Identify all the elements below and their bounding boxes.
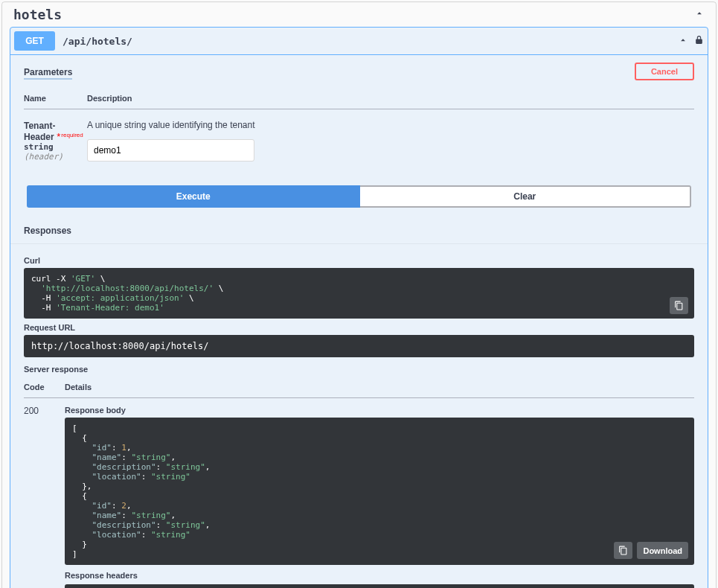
copy-icon[interactable] <box>614 542 632 559</box>
lock-icon[interactable] <box>694 35 704 47</box>
param-in: (header) <box>24 152 87 162</box>
responses-title: Responses <box>10 218 708 244</box>
response-body-block: [ { "id": 1, "name": "string", "descript… <box>65 418 694 565</box>
api-section: hotels GET /api/hotels/ Parameters Cance… <box>1 1 717 588</box>
param-name: Tenant-Header <box>24 121 55 142</box>
response-table: Code Details 200 Response body [ { "id":… <box>24 377 694 588</box>
operation-header[interactable]: GET /api/hotels/ <box>10 28 708 55</box>
parameter-row: Tenant-Header *required string (header) … <box>24 109 694 173</box>
section-title: hotels <box>13 7 62 22</box>
execute-button[interactable]: Execute <box>27 185 360 208</box>
curl-block: curl -X 'GET' \ 'http://localhost:8000/a… <box>24 268 694 319</box>
column-code: Code <box>24 377 65 398</box>
cancel-button[interactable]: Cancel <box>635 63 694 80</box>
required-star: * <box>54 131 61 142</box>
download-button[interactable]: Download <box>637 542 688 559</box>
response-headers-label: Response headers <box>65 571 694 580</box>
response-headers-block: allow: GET,POST,HEAD,OPTIONS content-lan… <box>65 584 694 588</box>
request-url-value: http://localhost:8000/api/hotels/ <box>24 335 694 357</box>
operation-path: /api/hotels/ <box>62 36 132 47</box>
response-body-label: Response body <box>65 406 694 415</box>
clear-button[interactable]: Clear <box>360 185 692 208</box>
curl-label: Curl <box>24 256 694 265</box>
parameters-table: Name Description Tenant-Header *required… <box>24 88 694 172</box>
status-code: 200 <box>24 398 65 589</box>
chevron-up-icon[interactable] <box>678 35 688 48</box>
copy-icon[interactable] <box>670 297 688 314</box>
chevron-up-icon[interactable] <box>694 8 705 21</box>
column-description: Description <box>87 88 694 109</box>
param-type: string <box>24 142 87 152</box>
operation-block: GET /api/hotels/ Parameters Cancel Name <box>10 27 708 588</box>
parameters-title: Parameters <box>24 67 72 80</box>
param-value-input[interactable] <box>87 139 254 162</box>
column-name: Name <box>24 88 87 109</box>
server-response-label: Server response <box>10 357 708 374</box>
http-method-badge: GET <box>14 31 55 51</box>
section-header[interactable]: hotels <box>2 2 716 27</box>
required-label: required <box>61 132 83 138</box>
column-details: Details <box>65 377 694 398</box>
param-description: A unique string value identifying the te… <box>87 120 694 130</box>
request-url-label: Request URL <box>24 323 694 332</box>
